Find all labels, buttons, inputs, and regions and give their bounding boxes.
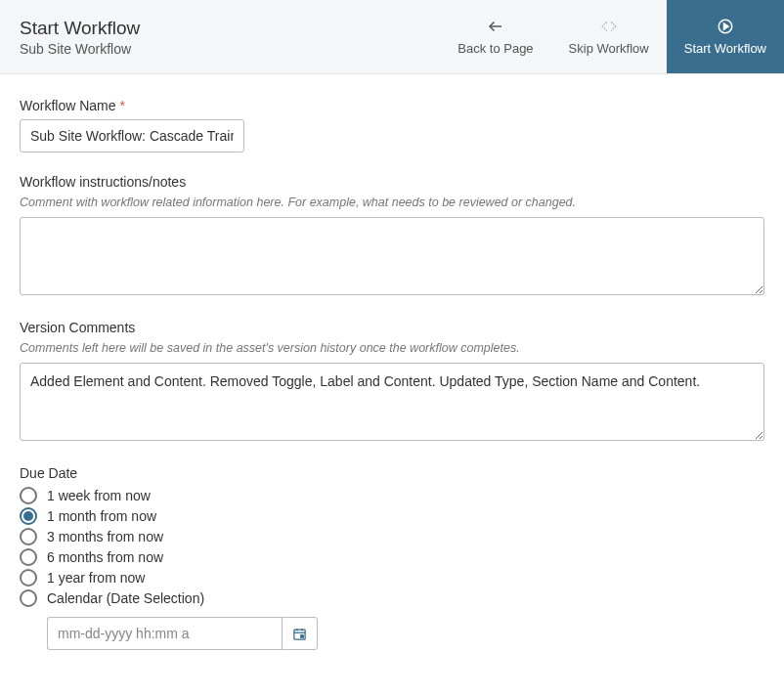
page-subtitle: Sub Site Workflow — [20, 41, 140, 57]
version-comments-group: Version Comments Comments left here will… — [20, 320, 764, 444]
due-date-option-calendar[interactable]: Calendar (Date Selection) — [20, 589, 764, 607]
instructions-help: Comment with workflow related informatio… — [20, 196, 764, 209]
due-date-option-1month[interactable]: 1 month from now — [20, 507, 764, 525]
skip-button-label: Skip Workflow — [569, 41, 649, 56]
workflow-name-label: Workflow Name * — [20, 98, 764, 113]
header-title-area: Start Workflow Sub Site Workflow — [0, 0, 159, 73]
due-date-option-1year[interactable]: 1 year from now — [20, 569, 764, 587]
radio-icon — [20, 487, 37, 504]
calendar-picker-button[interactable] — [282, 617, 318, 650]
svg-marker-2 — [723, 23, 728, 29]
due-date-label: Due Date — [20, 465, 764, 481]
radio-label: 6 months from now — [47, 549, 163, 565]
radio-icon — [20, 507, 37, 525]
svg-rect-7 — [301, 634, 304, 637]
radio-icon — [20, 569, 37, 587]
arrow-left-icon — [487, 18, 504, 35]
version-comments-help: Comments left here will be saved in the … — [20, 341, 764, 355]
workflow-name-input[interactable] — [20, 119, 244, 152]
due-date-option-1week[interactable]: 1 week from now — [20, 487, 764, 504]
play-circle-icon — [717, 18, 734, 35]
start-workflow-button[interactable]: Start Workflow — [667, 0, 784, 73]
version-comments-label: Version Comments — [20, 320, 764, 335]
instructions-label: Workflow instructions/notes — [20, 174, 764, 190]
form-content: Workflow Name * Workflow instructions/no… — [0, 74, 784, 691]
skip-workflow-button[interactable]: Skip Workflow — [551, 0, 667, 73]
radio-label: 3 months from now — [47, 529, 163, 544]
radio-label: Calendar (Date Selection) — [47, 590, 204, 606]
version-comments-textarea[interactable]: Added Element and Content. Removed Toggl… — [20, 363, 764, 441]
skip-icon — [600, 18, 618, 35]
page-title: Start Workflow — [20, 18, 140, 39]
header-actions: Back to Page Skip Workflow Start Workflo… — [440, 0, 784, 73]
date-picker-row — [47, 617, 764, 650]
due-date-options: 1 week from now 1 month from now 3 month… — [20, 487, 764, 607]
calendar-icon — [292, 627, 307, 641]
back-to-page-button[interactable]: Back to Page — [440, 0, 550, 73]
radio-label: 1 year from now — [47, 570, 145, 586]
radio-label: 1 week from now — [47, 488, 151, 503]
due-date-group: Due Date 1 week from now 1 month from no… — [20, 465, 764, 650]
instructions-textarea[interactable] — [20, 217, 764, 295]
radio-label: 1 month from now — [47, 508, 156, 524]
radio-icon — [20, 589, 37, 607]
page-header: Start Workflow Sub Site Workflow Back to… — [0, 0, 784, 74]
workflow-name-group: Workflow Name * — [20, 98, 764, 152]
date-input[interactable] — [47, 617, 282, 650]
radio-icon — [20, 548, 37, 566]
instructions-group: Workflow instructions/notes Comment with… — [20, 174, 764, 298]
required-indicator: * — [119, 98, 124, 113]
due-date-option-6months[interactable]: 6 months from now — [20, 548, 764, 566]
radio-icon — [20, 528, 37, 545]
start-button-label: Start Workflow — [684, 41, 766, 56]
due-date-option-3months[interactable]: 3 months from now — [20, 528, 764, 545]
back-button-label: Back to Page — [457, 41, 533, 56]
